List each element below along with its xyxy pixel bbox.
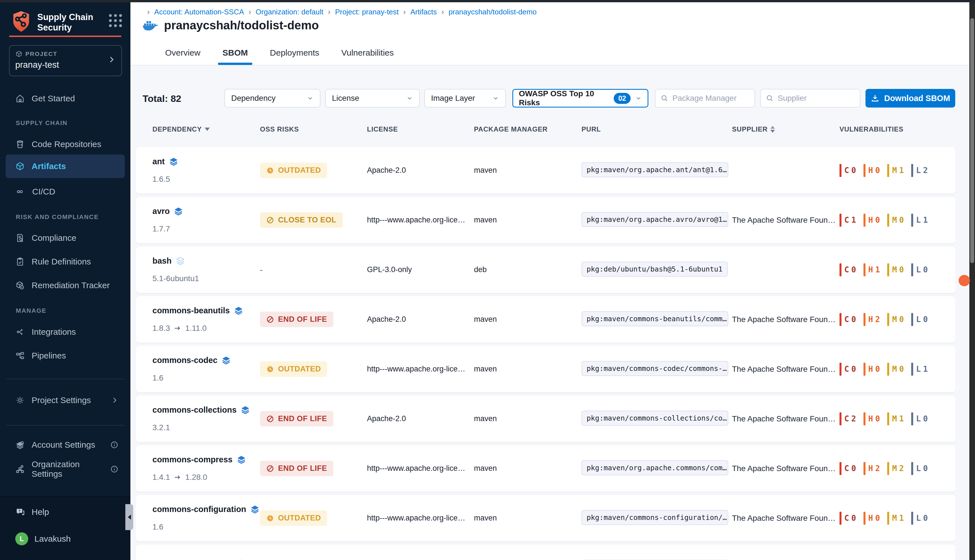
vulnerability-count-high: H0 bbox=[863, 214, 880, 227]
module-grid-icon[interactable] bbox=[109, 14, 122, 27]
infinity-icon bbox=[15, 187, 25, 197]
project-selector[interactable]: PROJECT pranay-test bbox=[9, 45, 122, 76]
page-scrollbar-thumb[interactable] bbox=[970, 18, 974, 263]
purl-chip[interactable]: pkg:maven/commons-codec/commons-… bbox=[582, 361, 728, 376]
oss-risk-label: CLOSE TO EOL bbox=[278, 216, 337, 224]
table-row[interactable]: ant 1.6.5 OUTDATED OUTDATED bbox=[136, 147, 955, 193]
vulnerability-count-low: L1 bbox=[911, 363, 928, 376]
dependency-name: ant bbox=[152, 157, 165, 166]
oss-risk-label: END OF LIFE bbox=[278, 315, 327, 324]
dependency-version: 3.2.1 bbox=[152, 423, 170, 432]
sidebar-item-cicd[interactable]: CI/CD bbox=[6, 183, 125, 200]
table-row[interactable]: avro 1.7.7 CLOSE TO EOL CLOS bbox=[136, 197, 955, 243]
sidebar-item-label: Pipelines bbox=[32, 351, 66, 360]
breadcrumb-link[interactable]: Artifacts bbox=[410, 8, 437, 17]
filter-dropdown[interactable]: Dependency bbox=[224, 89, 320, 108]
clock-icon bbox=[266, 514, 274, 522]
download-sbom-button[interactable]: Download SBOM bbox=[865, 89, 955, 108]
sidebar-collapse-handle[interactable] bbox=[125, 504, 133, 530]
dependency-cell: commons-fileupload bbox=[152, 559, 260, 560]
table-row[interactable]: commons-compress 1.4.1 1.28.0 END OF LIF… bbox=[136, 445, 955, 492]
section-label-supply-chain: SUPPLY CHAIN bbox=[16, 119, 67, 127]
sidebar-item-integrations[interactable]: Integrations bbox=[6, 323, 125, 341]
dependency-version: 1.6 bbox=[152, 373, 163, 382]
vulnerability-counts: C2H0M1L0 bbox=[840, 412, 955, 425]
filter-dropdown[interactable]: License bbox=[325, 89, 420, 108]
table-row[interactable]: bash 5.1-6ubuntu1 - - bbox=[136, 247, 955, 293]
oss-risk-badge: END OF LIFE bbox=[260, 411, 333, 427]
purl-chip[interactable]: pkg:maven/commons-beanutils/comm… bbox=[582, 311, 728, 326]
purl-cell: pkg:maven/commons-beanutils/comm… bbox=[582, 311, 732, 327]
sort-descending-icon bbox=[205, 128, 210, 131]
column-header-dependency[interactable]: DEPENDENCY bbox=[152, 125, 260, 133]
breadcrumb-link[interactable]: Organization: default bbox=[256, 8, 323, 17]
table-row[interactable]: commons-beanutils 1.8.3 1.11.0 END OF LI… bbox=[136, 296, 955, 343]
breadcrumb-link[interactable]: Project: pranay-test bbox=[335, 8, 398, 17]
dependency-version-upgrade: 1.28.0 bbox=[185, 473, 207, 482]
sidebar-item-artifacts[interactable]: Artifacts bbox=[6, 154, 125, 178]
user-menu[interactable]: L Lavakush bbox=[15, 532, 70, 545]
tab[interactable]: Deployments bbox=[267, 48, 322, 65]
oss-risk-badge: CLOSE TO EOL bbox=[260, 212, 343, 228]
dependency-version: 1.8.3 bbox=[152, 324, 170, 333]
column-header-supplier[interactable]: SUPPLIER bbox=[732, 125, 840, 133]
tab[interactable]: Overview bbox=[162, 48, 203, 65]
info-icon[interactable] bbox=[110, 465, 118, 473]
purl-chip[interactable]: pkg:maven/org.apache.ant/ant@1.6… bbox=[582, 162, 728, 177]
vulnerability-count-low: L1 bbox=[911, 214, 928, 227]
page-scrollbar-track[interactable] bbox=[969, 0, 975, 560]
filter-dropdown[interactable]: Image Layer bbox=[424, 89, 506, 108]
purl-chip[interactable]: pkg:maven/org.apache.avro/avro@1… bbox=[582, 212, 728, 227]
supplier-cell: The Apache Software Foun… bbox=[732, 216, 840, 225]
purl-chip[interactable]: pkg:maven/org.apache.commons/com… bbox=[582, 460, 728, 475]
sidebar-item-code-repositories[interactable]: Code Repositories bbox=[6, 135, 125, 153]
vulnerability-count-medium: M1 bbox=[887, 412, 904, 425]
package-manager-input[interactable] bbox=[672, 94, 746, 103]
project-label: PROJECT bbox=[25, 50, 57, 57]
sidebar-item-compliance[interactable]: Compliance bbox=[6, 229, 125, 247]
dependency-version: 1.7.7 bbox=[152, 224, 170, 233]
sidebar-item-remediation-tracker[interactable]: Remediation Tracker bbox=[6, 277, 125, 294]
sidebar-item-account-settings[interactable]: Account Settings bbox=[6, 436, 125, 453]
sidebar-item-get-started[interactable]: Get Started bbox=[6, 90, 125, 107]
chevron-down-icon bbox=[492, 95, 499, 102]
table-row[interactable]: commons-configuration 1.6 OUTDATED bbox=[136, 495, 955, 542]
dependency-cell: avro 1.7.7 bbox=[152, 207, 260, 233]
supplier-input[interactable] bbox=[778, 94, 851, 103]
tab[interactable]: Vulnerabilities bbox=[338, 48, 397, 65]
help-button[interactable]: ? Help bbox=[15, 507, 49, 517]
vulnerability-count-medium: M1 bbox=[887, 164, 904, 177]
breadcrumb-link[interactable]: pranaycshah/todolist-demo bbox=[448, 8, 537, 17]
tab-bar: OverviewSBOMDeploymentsVulnerabilities bbox=[162, 48, 397, 65]
breadcrumb-item: ›Project: pranay-test bbox=[323, 7, 399, 17]
sidebar-item-rule-definitions[interactable]: Rule Definitions bbox=[6, 253, 125, 270]
license-cell: http---www.apache.org-lice… bbox=[367, 365, 474, 373]
vulnerability-count-low: L0 bbox=[911, 263, 928, 276]
dependency-cell: commons-codec 1.6 bbox=[152, 356, 260, 382]
tab[interactable]: SBOM bbox=[220, 48, 251, 65]
supplier-cell: The Apache Software Foun… bbox=[732, 464, 840, 473]
notification-dot[interactable] bbox=[958, 275, 970, 286]
sidebar-item-label: Code Repositories bbox=[32, 140, 101, 149]
layers-icon bbox=[176, 257, 185, 265]
info-icon[interactable] bbox=[110, 441, 118, 449]
purl-chip[interactable]: pkg:maven/commons-collections/co… bbox=[582, 411, 728, 426]
oss-risk-label: END OF LIFE bbox=[278, 464, 327, 473]
table-row[interactable]: commons-collections 3.2.1 END OF LIFE bbox=[136, 395, 955, 442]
search-icon bbox=[660, 94, 668, 102]
code-repository-icon bbox=[15, 140, 25, 149]
dependency-name: commons-collections bbox=[152, 405, 237, 415]
table-row[interactable]: commons-codec 1.6 OUTDATED O bbox=[136, 346, 955, 392]
arrow-right-icon bbox=[174, 475, 181, 480]
column-header-package-manager: PACKAGE MANAGER bbox=[474, 125, 582, 133]
breadcrumb-link[interactable]: Account: Automation-SSCA bbox=[154, 8, 244, 17]
sidebar-item-project-settings[interactable]: Project Settings bbox=[6, 392, 125, 409]
arrow-right-icon bbox=[174, 325, 181, 331]
table-row[interactable]: commons-fileupload END OF LIFE bbox=[136, 545, 955, 560]
sidebar-item-pipelines[interactable]: Pipelines bbox=[6, 347, 125, 364]
column-header-oss-risks: OSS RISKS bbox=[260, 125, 367, 133]
purl-chip[interactable]: pkg:deb/ubuntu/bash@5.1-6ubuntu1 bbox=[582, 262, 728, 277]
sidebar-item-organization-settings[interactable]: Organization Settings bbox=[6, 460, 125, 478]
purl-chip[interactable]: pkg:maven/commons-configuration/… bbox=[582, 510, 728, 525]
owasp-risks-dropdown[interactable]: OWASP OSS Top 10 Risks 02 bbox=[512, 89, 648, 108]
